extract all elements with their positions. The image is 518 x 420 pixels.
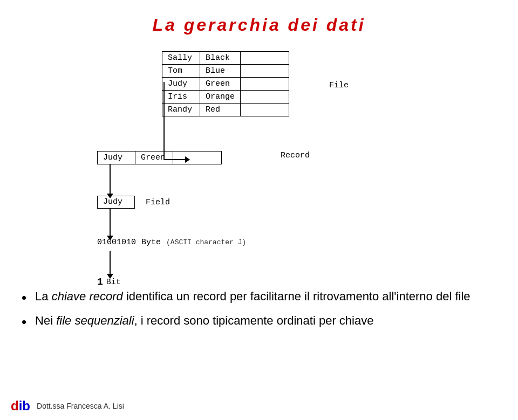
cell-iris-first: Iris <box>162 91 200 104</box>
arrow-byte-bit <box>110 251 111 276</box>
table-row: Iris Orange <box>162 91 289 104</box>
table-row-judy-file: Judy Green <box>162 78 289 91</box>
cell-randy-first: Randy <box>162 104 200 116</box>
cell-randy-extra <box>241 104 289 116</box>
byte-value: 01001010 <box>97 238 136 247</box>
italic-chiave-record: chiave record <box>52 290 123 303</box>
dib-logo: dib <box>11 398 30 414</box>
cell-record-first: Judy <box>98 152 135 164</box>
logo-d: d <box>11 398 19 414</box>
field-row: Judy Field <box>97 196 170 209</box>
cell-iris-extra <box>241 91 289 104</box>
cell-iris-last: Orange <box>200 91 241 104</box>
bullet-section: • La chiave record identifica un record … <box>22 288 496 331</box>
logo-i: i <box>19 398 23 414</box>
diagram-area: Sally Black Tom Blue Judy Green Iris Ora… <box>97 51 432 278</box>
bullet-icon: • <box>22 290 26 306</box>
italic-file-sequenziali: file sequenziali <box>56 314 134 327</box>
bit-value: 1 <box>97 277 103 287</box>
cell-randy-last: Red <box>200 104 241 116</box>
bullet-icon-2: • <box>22 314 26 331</box>
byte-note: (ASCII character J) <box>166 238 246 246</box>
cell-judy-last: Green <box>200 78 241 91</box>
cell-tom-last: Blue <box>200 65 241 78</box>
footer: dib Dott.ssa Francesca A. Lisi <box>0 398 518 414</box>
file-label: File <box>329 81 349 90</box>
list-item: • Nei file sequenziali, i record sono ti… <box>22 313 496 331</box>
record-table: Judy Green <box>97 151 222 164</box>
cell-record-last: Green <box>135 152 173 164</box>
bullet-text-1: La chiave record identifica un record pe… <box>35 288 470 305</box>
footer-text: Dott.ssa Francesca A. Lisi <box>37 402 124 410</box>
bullet-text-2: Nei file sequenziali, i record sono tipi… <box>35 313 373 329</box>
arrow-field-byte <box>110 209 111 237</box>
cell-judy-first: Judy <box>162 78 200 91</box>
table-row-record: Judy Green <box>98 152 222 164</box>
cell-tom-first: Tom <box>162 65 200 78</box>
record-label: Record <box>281 151 310 160</box>
cell-sally-first: Sally <box>162 52 200 65</box>
cell-sally-last: Black <box>200 52 241 65</box>
table-row: Randy Red <box>162 104 289 116</box>
logo-b: b <box>22 398 30 414</box>
list-item: • La chiave record identifica un record … <box>22 288 496 306</box>
table-row: Tom Blue <box>162 65 289 78</box>
field-cell: Judy <box>97 196 135 209</box>
bit-label: Bit <box>106 278 121 287</box>
byte-label: Byte <box>141 238 161 247</box>
byte-row: 01001010 Byte (ASCII character J) <box>97 238 246 247</box>
page-title: La gerarchia dei dati <box>0 15 518 35</box>
field-label: Field <box>146 198 170 207</box>
connector-vertical <box>163 82 165 160</box>
cell-judy-extra <box>241 78 289 91</box>
table-row: Sally Black <box>162 52 289 65</box>
bit-row: 1 Bit <box>97 277 121 287</box>
arrow-record-field <box>110 164 111 195</box>
cell-tom-extra <box>241 65 289 78</box>
cell-sally-extra <box>241 52 289 65</box>
file-table: Sally Black Tom Blue Judy Green Iris Ora… <box>162 51 289 116</box>
cell-record-extra <box>173 152 222 164</box>
